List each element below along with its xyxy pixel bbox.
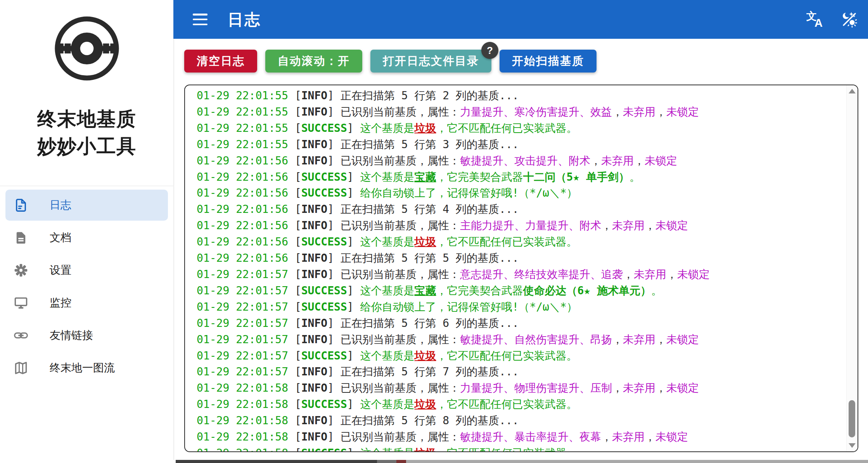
sidebar-item-docs[interactable]: 文档 [5,221,168,254]
sidebar-item-map[interactable]: 终末地一图流 [5,352,168,384]
log-line: 01-29 22:01:55 [INFO] 正在扫描第 5 行第 2 列的基质.… [197,88,844,104]
scrollbar-thumb[interactable] [849,400,855,437]
sidebar-item-links[interactable]: 友情链接 [5,319,168,352]
log-line: 01-29 22:01:57 [SUCCESS] 这个基质是宝藏，它完美契合武器… [197,283,844,299]
sidebar-item-label: 监控 [50,295,71,310]
monitor-icon [14,296,28,310]
log-line: 01-29 22:01:57 [INFO] 正在扫描第 5 行第 7 列的基质.… [197,364,844,380]
app-title-line1: 终末地基质 [0,105,173,133]
sidebar-item-monitor[interactable]: 监控 [5,287,168,319]
clear-log-button[interactable]: 清空日志 [184,50,257,73]
main-area: 日志 文 A [173,0,868,463]
document-icon [14,231,28,245]
sidebar-menu: 日志 文档 [0,189,173,384]
log-line: 01-29 22:01:57 [INFO] 已识别当前基质，属性：敏捷提升、自然… [197,332,844,348]
log-line: 01-29 22:01:58 [SUCCESS] 这个基质是垃圾，它不匹配任何已… [197,445,844,451]
theme-toggle-icon[interactable] [841,11,858,28]
log-line: 01-29 22:01:56 [INFO] 正在扫描第 5 行第 5 列的基质.… [197,250,844,266]
sidebar-item-settings[interactable]: 设置 [5,254,168,287]
log-line: 01-29 22:01:56 [INFO] 正在扫描第 5 行第 4 列的基质.… [197,201,844,218]
log-line: 01-29 22:01:55 [INFO] 正在扫描第 5 行第 3 列的基质.… [197,136,844,153]
page-title: 日志 [228,9,261,30]
log-scrollbar[interactable] [846,85,858,451]
sidebar-item-label: 设置 [50,263,71,278]
toolbar: 清空日志 自动滚动：开 打开日志文件目录 开始扫描基质 ? [184,50,597,73]
sidebar-divider [0,186,173,186]
log-panel[interactable]: 01-29 22:01:55 [INFO] 正在扫描第 5 行第 2 列的基质.… [184,85,858,452]
log-line: 01-29 22:01:58 [INFO] 正在扫描第 5 行第 8 列的基质.… [197,413,844,429]
gear-icon [14,263,28,277]
sidebar: 终末地基质 妙妙小工具 日志 [0,0,174,463]
start-scan-button[interactable]: 开始扫描基质 [500,50,597,73]
log-line: 01-29 22:01:55 [SUCCESS] 这个基质是垃圾，它不匹配任何已… [197,120,844,136]
scrollbar-down-arrow-icon[interactable] [849,443,856,448]
hamburger-menu-icon[interactable] [193,14,207,25]
sidebar-item-log[interactable]: 日志 [5,190,168,221]
log-line: 01-29 22:01:58 [INFO] 已识别当前基质，属性：力量提升、物理… [197,380,844,396]
scrollbar-up-arrow-icon[interactable] [849,89,856,93]
open-log-folder-button[interactable]: 打开日志文件目录 [370,50,491,73]
app-title: 终末地基质 妙妙小工具 [0,105,173,160]
translate-icon-en: A [814,17,823,29]
app-title-line2: 妙妙小工具 [0,133,173,160]
map-icon [14,361,28,375]
log-line: 01-29 22:01:56 [SUCCESS] 这个基质是宝藏，它完美契合武器… [197,169,844,185]
bottom-clipped-content [173,460,868,463]
auto-scroll-toggle-button[interactable]: 自动滚动：开 [265,50,362,73]
sidebar-item-label: 友情链接 [50,328,93,343]
log-line: 01-29 22:01:57 [INFO] 正在扫描第 5 行第 6 列的基质.… [197,315,844,332]
log-line: 01-29 22:01:57 [SUCCESS] 给你自动锁上了，记得保管好哦!… [197,299,844,315]
log-line: 01-29 22:01:58 [SUCCESS] 这个基质是垃圾，它不匹配任何已… [197,396,844,413]
log-line: 01-29 22:01:56 [INFO] 已识别当前基质，属性：主能力提升、力… [197,218,844,234]
log-document-icon [14,198,28,212]
log-line: 01-29 22:01:58 [INFO] 已识别当前基质，属性：敏捷提升、暴击… [197,429,844,445]
translate-icon[interactable]: 文 A [806,11,823,28]
sidebar-item-label: 终末地一图流 [50,361,115,375]
app-header: 日志 文 A [173,0,868,39]
sidebar-item-label: 日志 [50,198,71,212]
header-icons: 文 A [806,11,858,28]
app-window: 终末地基质 妙妙小工具 日志 [0,0,868,463]
log-line: 01-29 22:01:57 [SUCCESS] 这个基质是垃圾，它不匹配任何已… [197,348,844,364]
log-line: 01-29 22:01:56 [SUCCESS] 给你自动锁上了，记得保管好哦!… [197,185,844,201]
log-line: 01-29 22:01:55 [INFO] 已识别当前基质，属性：力量提升、寒冷… [197,104,844,120]
sidebar-item-label: 文档 [50,230,71,245]
log-line: 01-29 22:01:56 [INFO] 已识别当前基质，属性：敏捷提升、攻击… [197,153,844,169]
help-badge[interactable]: ? [481,42,498,59]
log-lines: 01-29 22:01:55 [INFO] 正在扫描第 5 行第 2 列的基质.… [197,85,844,451]
link-icon [14,328,28,342]
pokeball-logo-icon [52,14,121,85]
log-line: 01-29 22:01:56 [SUCCESS] 这个基质是垃圾，它不匹配任何已… [197,234,844,250]
log-line: 01-29 22:01:57 [INFO] 已识别当前基质，属性：意志提升、终结… [197,266,844,283]
